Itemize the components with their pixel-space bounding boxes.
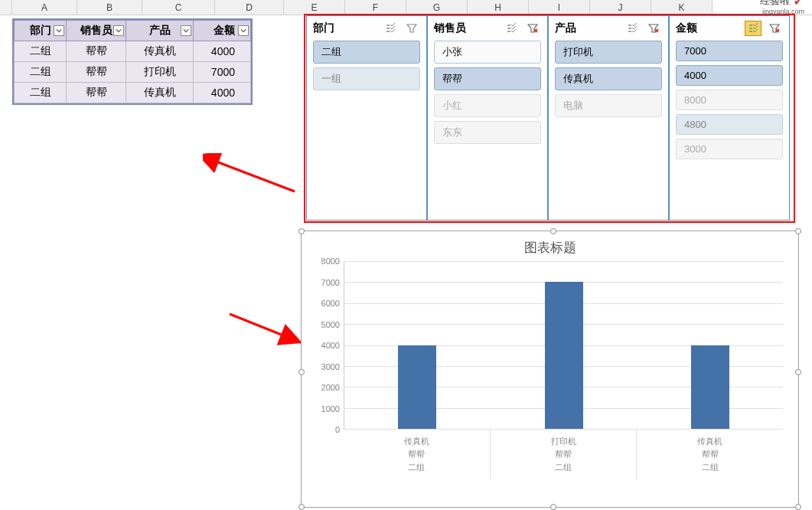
table-cell[interactable]: 二组: [15, 83, 67, 103]
column-header[interactable]: F: [345, 0, 406, 15]
slicer-item[interactable]: 二组: [313, 41, 420, 64]
column-header[interactable]: B: [77, 0, 142, 15]
slicer-title: 金额: [676, 21, 740, 35]
x-axis-label-group: 传真机帮帮二组: [344, 430, 491, 479]
clear-filter-icon[interactable]: [403, 21, 420, 36]
slicer-title: 产品: [555, 21, 619, 35]
table-cell[interactable]: 打印机: [126, 62, 194, 83]
slicer-item[interactable]: 7000: [676, 41, 783, 61]
table-header[interactable]: 产品: [126, 21, 194, 41]
chart-plot-area[interactable]: 010002000300040005000600070008000: [344, 261, 783, 430]
arrow-icon: [203, 153, 302, 199]
table-cell[interactable]: 4000: [194, 83, 251, 103]
table-cell[interactable]: 帮帮: [67, 83, 126, 103]
table-cell[interactable]: 二组: [15, 41, 67, 62]
slicer-title: 销售员: [434, 21, 498, 35]
filter-dropdown-icon[interactable]: [181, 25, 191, 36]
slicer-item[interactable]: 4000: [676, 65, 783, 86]
arrow-icon: [222, 306, 314, 352]
column-header[interactable]: J: [590, 0, 651, 15]
multi-select-icon[interactable]: [745, 21, 761, 36]
column-header[interactable]: H: [468, 0, 529, 15]
y-axis-tick: 5000: [309, 320, 340, 329]
slicer-item[interactable]: 小红: [434, 94, 541, 117]
slicer[interactable]: 部门二组一组: [306, 15, 427, 221]
multi-select-icon[interactable]: [382, 21, 399, 36]
x-axis-label-group: 打印机帮帮二组: [491, 430, 638, 479]
column-header[interactable]: D: [215, 0, 284, 15]
column-header[interactable]: A: [12, 0, 77, 15]
y-axis-tick: 7000: [309, 278, 340, 287]
chart-bar[interactable]: [545, 282, 583, 429]
column-header[interactable]: C: [142, 0, 215, 15]
chart-title[interactable]: 图表标题: [302, 231, 798, 261]
chart-bar[interactable]: [398, 345, 436, 430]
multi-select-icon[interactable]: [624, 21, 641, 36]
slicer-item[interactable]: 电脑: [555, 94, 662, 117]
table-row[interactable]: 二组帮帮打印机7000: [15, 62, 251, 83]
clear-filter-icon[interactable]: [524, 21, 541, 36]
table-cell[interactable]: 帮帮: [67, 62, 126, 83]
y-axis-tick: 1000: [309, 404, 340, 414]
slicer-item[interactable]: 东东: [434, 121, 541, 144]
table-cell[interactable]: 传真机: [126, 83, 194, 103]
slicer-item[interactable]: 4800: [676, 114, 783, 135]
slicer-item[interactable]: 小张: [434, 41, 541, 64]
slicer[interactable]: 金额70004000800048003000: [669, 15, 790, 221]
slicer[interactable]: 销售员小张帮帮小红东东: [427, 15, 548, 221]
table-row[interactable]: 二组帮帮传真机4000: [15, 41, 251, 62]
table-cell[interactable]: 7000: [194, 62, 251, 83]
multi-select-icon[interactable]: [503, 21, 520, 36]
y-axis-tick: 3000: [309, 362, 340, 371]
table-cell[interactable]: 传真机: [126, 41, 194, 62]
chart-container[interactable]: 图表标题 010002000300040005000600070008000 传…: [301, 230, 799, 508]
svg-line-1: [230, 314, 302, 343]
clear-filter-icon[interactable]: [766, 21, 783, 36]
y-axis-tick: 0: [309, 425, 340, 434]
filter-dropdown-icon[interactable]: [238, 25, 249, 36]
table-cell[interactable]: 二组: [15, 62, 67, 83]
table-cell[interactable]: 4000: [194, 41, 251, 62]
y-axis-tick: 8000: [309, 257, 340, 266]
slicer[interactable]: 产品打印机传真机电脑: [548, 15, 669, 221]
column-header[interactable]: K: [651, 0, 713, 15]
slicer-title: 部门: [313, 21, 377, 35]
y-axis-tick: 6000: [309, 299, 340, 308]
watermark: 经验啦 ✓ jingyanla.com: [760, 0, 804, 9]
table-header[interactable]: 部门: [15, 21, 67, 41]
slicer-item[interactable]: 打印机: [555, 41, 662, 64]
table-row[interactable]: 二组帮帮传真机4000: [15, 83, 251, 103]
filter-dropdown-icon[interactable]: [54, 25, 64, 36]
column-header[interactable]: G: [406, 0, 468, 15]
table-cell[interactable]: 帮帮: [67, 41, 126, 62]
slicer-item[interactable]: 帮帮: [434, 67, 541, 90]
column-header-row: ABCDEFGHIJK: [0, 0, 812, 15]
svg-line-0: [214, 161, 295, 191]
column-header[interactable]: E: [284, 0, 345, 15]
column-header[interactable]: I: [529, 0, 590, 15]
slicer-item[interactable]: 3000: [676, 139, 783, 159]
y-axis-tick: 2000: [309, 383, 340, 392]
data-table[interactable]: 部门销售员产品金额 二组帮帮传真机4000二组帮帮打印机7000二组帮帮传真机4…: [12, 18, 253, 105]
slicer-item[interactable]: 一组: [313, 67, 420, 90]
table-header[interactable]: 销售员: [67, 21, 126, 41]
filter-dropdown-icon[interactable]: [113, 25, 124, 36]
table-header[interactable]: 金额: [194, 21, 251, 41]
chart-bar[interactable]: [691, 345, 729, 430]
x-axis-label-group: 传真机帮帮二组: [637, 430, 783, 479]
clear-filter-icon[interactable]: [645, 21, 662, 36]
slicer-item[interactable]: 传真机: [555, 67, 662, 90]
y-axis-tick: 4000: [309, 341, 340, 350]
slicer-item[interactable]: 8000: [676, 90, 783, 110]
